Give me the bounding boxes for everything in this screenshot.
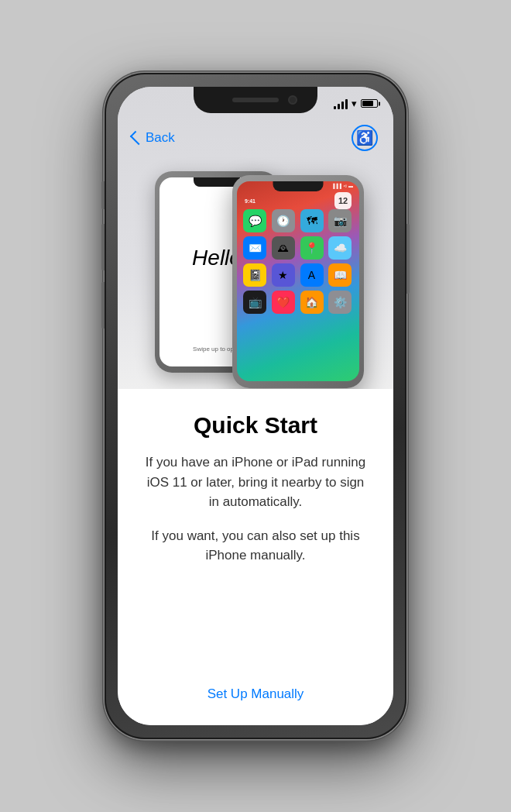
volume-up-button[interactable] [101, 224, 105, 270]
app-books: 📖 [328, 263, 352, 287]
phone-frame: 9:41 ▾ Back ♿ [105, 73, 406, 739]
quick-start-description2: If you want, you can also set up this iP… [141, 526, 370, 566]
app-cloud: ☁️ [328, 236, 352, 260]
front-camera [288, 95, 297, 105]
volume-down-button[interactable] [101, 282, 105, 329]
signal-icon [334, 98, 348, 109]
app-home: 🏠 [300, 291, 324, 314]
app-store: A [300, 263, 324, 287]
app-clock: 🕐 [272, 209, 295, 232]
back-label: Back [146, 130, 175, 146]
back-chevron-icon [130, 131, 144, 145]
app-tv: 📺 [243, 291, 266, 314]
mute-button[interactable] [101, 181, 105, 209]
app-settings: ⚙️ [328, 291, 352, 314]
home-phone-status: ▐▐▐⊲▬ [331, 183, 353, 188]
home-phone: ▐▐▐⊲▬ 9:41 12 💬 🕐 🗺 📷 ✉️ [232, 175, 364, 388]
app-settings2: 🕰 [272, 236, 295, 260]
phone-screen: 9:41 ▾ Back ♿ [118, 87, 393, 725]
app-grid: 💬 🕐 🗺 📷 ✉️ 🕰 📍 ☁️ 📓 ★ A 📖 [242, 209, 355, 314]
app-health: ❤️ [272, 291, 295, 314]
nav-bar: Back ♿ [118, 121, 393, 155]
status-icons: ▾ [334, 98, 378, 109]
back-button[interactable]: Back [133, 130, 175, 146]
set-up-manually-button[interactable]: Set Up Manually [118, 686, 393, 702]
speaker [232, 98, 279, 102]
quick-start-title: Quick Start [194, 412, 317, 439]
app-notes: 📓 [243, 263, 266, 287]
app-messages: 💬 [243, 209, 266, 232]
home-phone-notch [273, 181, 324, 191]
accessibility-icon: ♿ [356, 131, 373, 145]
home-phone-time: 9:41 [245, 198, 256, 204]
app-camera: 📷 [328, 209, 352, 232]
app-maps: 🗺 [300, 209, 324, 232]
home-phone-date-bar: 9:41 12 [237, 192, 359, 209]
wifi-icon: ▾ [352, 98, 357, 109]
app-mail: ✉️ [243, 236, 266, 260]
quick-start-description1: If you have an iPhone or iPad running iO… [141, 452, 370, 512]
phones-illustration: Hello Swipe up to open ▐▐▐⊲▬ 9:41 12 [147, 163, 364, 388]
content-section: Quick Start If you have an iPhone or iPa… [118, 389, 393, 725]
power-button[interactable] [406, 224, 410, 294]
accessibility-button[interactable]: ♿ [352, 125, 378, 151]
battery-icon [361, 99, 378, 108]
notch [194, 87, 317, 113]
app-maps2: 📍 [300, 236, 324, 260]
home-phone-screen: ▐▐▐⊲▬ 9:41 12 💬 🕐 🗺 📷 ✉️ [237, 181, 359, 381]
home-phone-date: 12 [334, 192, 352, 209]
app-reminders: ★ [272, 263, 295, 287]
